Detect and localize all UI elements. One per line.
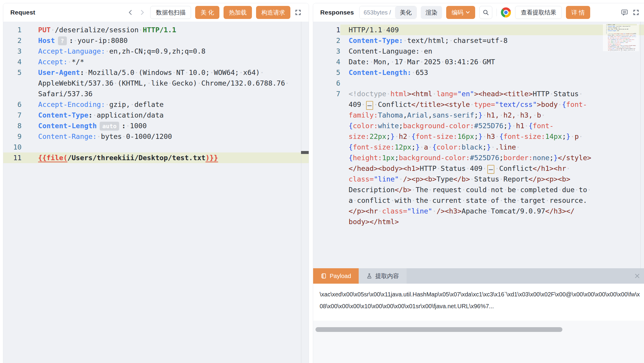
line-number: 6 [313, 78, 340, 89]
line-number: 3 [313, 46, 340, 57]
request-header: Request 数据包扫描 美 化 热加载 构造请求 [3, 3, 309, 22]
code-line: 2Content-Type:·​text/​html;·​charset=utf… [313, 35, 644, 46]
line-number: 7 [313, 89, 340, 227]
encode-label: 编码 [452, 9, 463, 17]
line-number: 10 [3, 142, 22, 152]
comment-icon[interactable] [621, 9, 628, 16]
line-number: 11 [3, 152, 22, 163]
code-line: 1PUT·​/​deserialize/​session·​HTTP/​1.​1 [3, 25, 309, 35]
request-panel: Request 数据包扫描 美 化 热加载 构造请求 1PUT·​/​deser… [3, 3, 309, 363]
close-icon[interactable] [634, 268, 644, 284]
detail-button[interactable]: 详 情 [566, 6, 590, 19]
code-line: 8Content-Lengthauto:·​1000 [3, 121, 309, 131]
line-number: 1 [313, 25, 340, 35]
view-extract-button[interactable]: 查看提取结果 [515, 6, 562, 19]
code-line: 9Content-Range:·​bytes·​0-1000/​1200 [3, 131, 309, 142]
search-icon [483, 9, 489, 16]
tab-payload[interactable]: Payload [313, 268, 359, 284]
tab-extract-content[interactable]: 提取内容 [359, 268, 407, 284]
flask-icon [366, 273, 372, 279]
response-header: Responses 653bytes / 美化 渲染 编码 查看提取结果 详 情 [313, 3, 644, 22]
chrome-icon[interactable] [501, 7, 511, 17]
line-number: 7 [3, 110, 22, 121]
code-line: 7Content-Type:·​application/​data [3, 110, 309, 121]
toolbar-divider [496, 9, 497, 16]
beautify-chip[interactable]: 美化 [395, 6, 416, 19]
request-editor[interactable]: 1PUT·​/​deserialize/​session·​HTTP/​1.​1… [3, 22, 309, 363]
construct-request-button[interactable]: 构造请求 [256, 6, 290, 19]
hot-reload-button[interactable]: 热加载 [224, 6, 252, 19]
tab-extract-label: 提取内容 [375, 272, 399, 280]
overview-ruler [301, 22, 301, 363]
line-number: 5 [313, 67, 340, 78]
response-editor[interactable]: 1HTTP/​1.​1·​4092Content-Type:·​text/​ht… [313, 22, 644, 268]
code-line: 4Date:·​Mon,·​17·​Mar·​2025·​03:41:26·​G… [313, 57, 644, 67]
chevron-down-icon [466, 11, 470, 14]
payload-content: \xac\xed\x00\x05sr\x00\x11java.util.Hash… [313, 284, 644, 321]
line-number: 9 [3, 131, 22, 142]
line-number: 8 [3, 121, 22, 131]
scroll-position-marker[interactable] [301, 151, 309, 154]
response-toolbar: 653bytes / 美化 渲染 编码 查看提取结果 详 情 [359, 6, 640, 19]
search-button[interactable] [479, 6, 492, 19]
line-number: 3 [3, 46, 22, 57]
response-title: Responses [320, 9, 354, 16]
code-line: 3Accept-Language:·​en,zh-CN;q=0.​9,zh;q=… [3, 46, 309, 57]
beautify-button[interactable]: 美 化 [195, 6, 219, 19]
horizontal-scrollbar[interactable] [315, 327, 562, 332]
code-line: 7<!doctype·​html>​<html·​lang="en">​<hea… [313, 89, 644, 227]
encode-dropdown[interactable]: 编码 [446, 6, 475, 19]
payload-scroll-area [313, 321, 644, 363]
line-number: 4 [3, 57, 22, 67]
code-line: 6 [313, 78, 644, 89]
line-number: 2 [3, 35, 22, 46]
code-line: 3Content-Language:·​en [313, 46, 644, 57]
response-panel: Responses 653bytes / 美化 渲染 编码 查看提取结果 详 情 [313, 3, 644, 363]
code-line: 2Host?:·​your-ip:8080 [3, 35, 309, 46]
request-title: Request [10, 9, 35, 16]
code-line: 11{{file(/​Users/​threekiii/​Desktop/​te… [3, 152, 309, 163]
packet-scan-button[interactable]: 数据包扫描 [150, 6, 191, 19]
line-number: 7 [603, 33, 607, 51]
code-line: 5Content-Length:·​653 [313, 67, 644, 78]
code-line: 10 [3, 142, 309, 152]
render-chip[interactable]: 渲染 [421, 6, 442, 19]
history-forward-icon[interactable] [138, 9, 146, 16]
code-line: 1HTTP/​1.​1·​409 [313, 25, 644, 35]
minimap[interactable]: 1HTTP/​1.​1·​4092Content-Type:·​text/​ht… [603, 24, 639, 51]
overview-ruler [640, 22, 641, 268]
line-number: 5 [3, 67, 22, 99]
fullscreen-icon[interactable] [632, 9, 640, 16]
book-icon [321, 273, 327, 279]
code-line: 7<!doctype·​html>​<html·​lang="en">​<hea… [603, 33, 637, 51]
line-number: 6 [3, 99, 22, 110]
response-size-group: 653bytes / 美化 [359, 6, 417, 19]
code-line: 4Accept:·​*/​* [3, 57, 309, 67]
payload-tabbar: Payload 提取内容 [313, 268, 644, 284]
request-toolbar: 数据包扫描 美 化 热加载 构造请求 [127, 6, 302, 19]
line-number: 1 [3, 25, 22, 35]
history-back-icon[interactable] [127, 9, 134, 16]
fullscreen-icon[interactable] [295, 9, 302, 16]
code-line: 5User-Agent:·​Mozilla/​5.​0·​(Windows·​N… [3, 67, 309, 99]
code-line: 6Accept-Encoding:·​gzip,·​deflate [3, 99, 309, 110]
line-number: 4 [313, 57, 340, 67]
response-size-label: 653bytes / [360, 6, 395, 19]
line-number: 2 [313, 35, 340, 46]
tab-payload-label: Payload [330, 273, 351, 280]
